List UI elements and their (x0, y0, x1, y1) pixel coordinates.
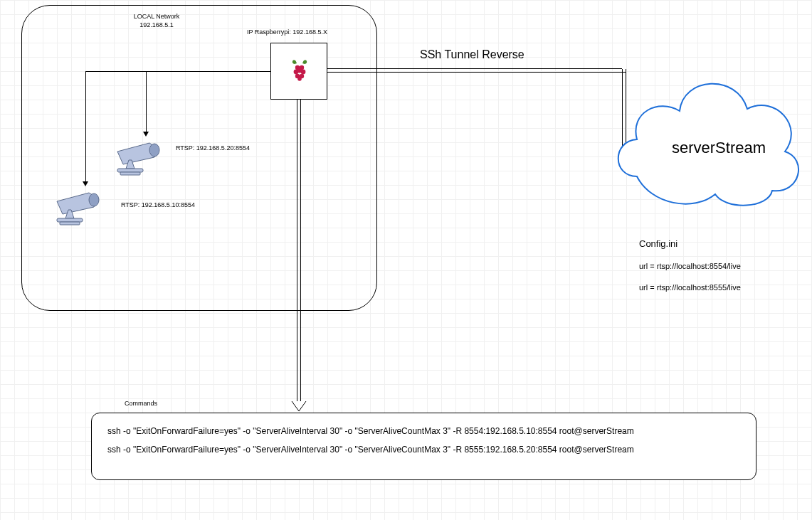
pi-to-commands-v (297, 100, 301, 401)
svg-rect-13 (60, 222, 80, 225)
arrow-cam2 (83, 181, 88, 186)
tunnel-label: SSh Tunnel Reverse (420, 48, 524, 61)
local-network-title: LOCAL Network 192.168.5.1 (110, 13, 203, 29)
svg-point-4 (297, 68, 302, 73)
camera-2-label: RTSP: 192.168.5.10:8554 (121, 201, 195, 210)
svg-point-8 (149, 144, 159, 156)
cloud-label: serverStream (648, 139, 790, 157)
svg-rect-12 (57, 218, 83, 222)
raspberry-icon (291, 59, 308, 82)
camera-1 (110, 139, 167, 181)
config-title: Config.ini (639, 238, 677, 249)
raspberry-box (270, 43, 327, 100)
command-line-1: ssh -o "ExitOnForwardFailure=yes" -o "Se… (107, 426, 740, 436)
tunnel-h1 (327, 68, 626, 73)
svg-rect-10 (120, 172, 140, 175)
local-network-title-line1: LOCAL Network (134, 13, 180, 20)
local-network-title-line2: 192.168.5.1 (139, 21, 174, 28)
camera-2 (50, 189, 107, 231)
camera-1-label: RTSP: 192.168.5.20:8554 (176, 144, 250, 153)
commands-title: Commands (125, 400, 157, 408)
connector-to-cam1-v (146, 71, 147, 132)
commands-box: ssh -o "ExitOnForwardFailure=yes" -o "Se… (91, 413, 756, 480)
arrow-cam1 (143, 132, 149, 137)
connector-pi-to-cams-h (85, 71, 270, 72)
svg-rect-9 (117, 169, 143, 172)
cloud-serverstream (608, 55, 804, 212)
svg-point-7 (297, 77, 302, 81)
svg-point-11 (89, 193, 99, 206)
connector-to-cam2-v (85, 71, 86, 181)
command-line-2: ssh -o "ExitOnForwardFailure=yes" -o "Se… (107, 445, 740, 455)
config-line-1: url = rtsp://localhost:8554/live (639, 262, 741, 270)
config-line-2: url = rtsp://localhost:8555/live (639, 283, 741, 292)
raspberry-label: IP Raspberrypi: 192.168.5.X (247, 28, 327, 37)
